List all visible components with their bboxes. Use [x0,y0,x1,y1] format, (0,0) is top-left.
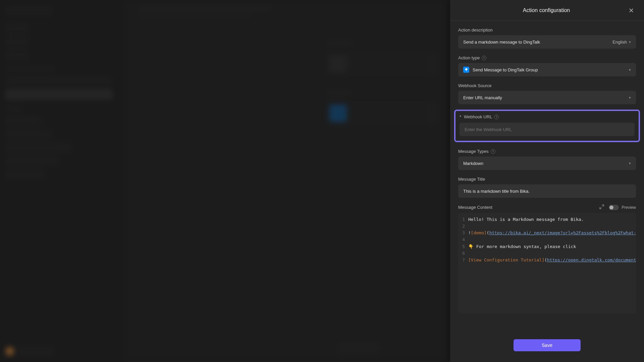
language-value: English [612,40,627,45]
label-message-types: Message Types ? [458,149,636,154]
field-action-type: Action type ? Send Message to DingTalk G… [458,55,636,76]
label-action-description: Action description [458,27,636,33]
expand-icon [599,204,604,209]
save-button[interactable]: Save [514,339,581,351]
help-icon[interactable]: ? [491,149,495,154]
field-message-content: Message Content Preview 1Hello! This is … [458,204,636,313]
action-description-value: Send a markdown message to DingTalk [463,40,540,45]
code-line: 4 [458,236,636,243]
webhook-source-select[interactable]: Enter URL manually ▾ [458,91,636,104]
code-line: 6 [458,250,636,257]
code-line: 3![demo](https://bika.ai/_next/image?url… [458,230,636,236]
preview-toggle[interactable] [609,205,619,210]
code-line: 1Hello! This is a Markdown message from … [458,216,636,223]
message-content-editor[interactable]: 1Hello! This is a Markdown message from … [458,213,636,313]
drawer-body: Action description Send a markdown messa… [450,21,644,332]
message-types-value: Markdown [463,161,483,166]
chevron-down-icon: ▾ [629,96,631,100]
code-line: 2 [458,223,636,230]
preview-label: Preview [622,205,636,210]
drawer-header: Action configuration [450,0,644,21]
close-button[interactable] [627,6,636,15]
language-selector[interactable]: English ▾ [612,40,631,45]
drawer-footer: Save [450,332,644,362]
webhook-url-input[interactable] [460,123,635,136]
dingtalk-icon [463,67,469,73]
label-webhook-url: * Webhook URL ? [460,114,635,119]
code-line: 7[View Configuration Tutorial](https://o… [458,257,636,263]
field-webhook-url-highlighted: * Webhook URL ? [454,110,640,142]
chevron-down-icon: ▾ [629,161,631,166]
help-icon[interactable]: ? [482,56,486,60]
webhook-source-value: Enter URL manually [463,95,502,100]
field-message-title: Message Title [458,177,636,198]
action-type-value: Send Message to DingTalk Group [473,67,538,72]
field-message-types: Message Types ? Markdown ▾ [458,149,636,170]
expand-button[interactable] [599,204,604,210]
action-config-drawer: Action configuration Action description … [450,0,644,362]
drawer-title: Action configuration [523,7,570,13]
message-title-input[interactable] [458,184,636,198]
field-webhook-source: Webhook Source Enter URL manually ▾ [458,83,636,104]
chevron-down-icon: ▾ [629,68,631,72]
label-webhook-source: Webhook Source [458,83,636,88]
action-description-input[interactable]: Send a markdown message to DingTalk Engl… [458,35,636,49]
chevron-down-icon: ▾ [629,40,631,44]
close-icon [629,8,634,13]
label-message-title: Message Title [458,177,636,182]
label-action-type: Action type ? [458,55,636,60]
message-types-select[interactable]: Markdown ▾ [458,157,636,170]
field-action-description: Action description Send a markdown messa… [458,27,636,49]
help-icon[interactable]: ? [494,115,499,119]
label-message-content: Message Content [458,205,492,210]
action-type-select[interactable]: Send Message to DingTalk Group ▾ [458,63,636,76]
code-line: 5👇 For more markdown syntax, please clic… [458,243,636,250]
